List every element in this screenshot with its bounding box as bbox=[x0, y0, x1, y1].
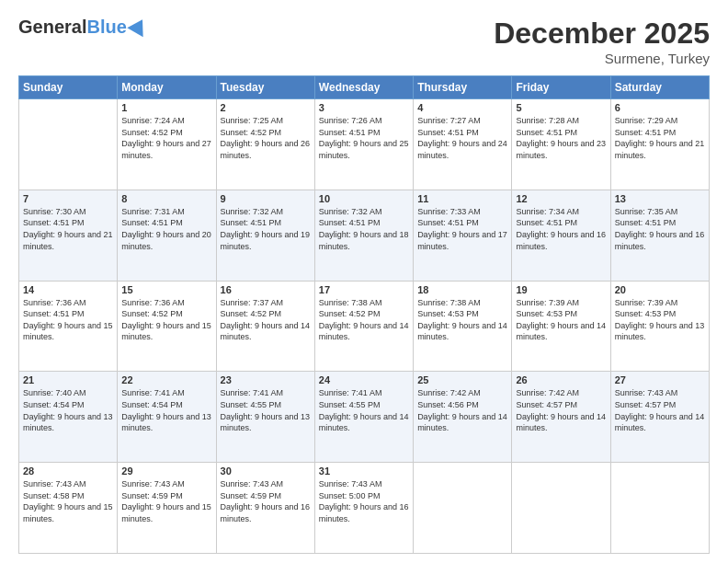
calendar-cell: 6Sunrise: 7:29 AMSunset: 4:51 PMDaylight… bbox=[610, 99, 709, 190]
calendar-cell: 4Sunrise: 7:27 AMSunset: 4:51 PMDaylight… bbox=[414, 99, 512, 190]
day-number: 17 bbox=[319, 284, 409, 295]
day-number: 27 bbox=[615, 374, 705, 385]
day-info: Sunrise: 7:36 AMSunset: 4:51 PMDaylight:… bbox=[23, 297, 113, 343]
day-number: 30 bbox=[221, 465, 311, 477]
calendar-cell bbox=[19, 99, 118, 190]
calendar-cell: 9Sunrise: 7:32 AMSunset: 4:51 PMDaylight… bbox=[216, 190, 314, 281]
page: GeneralBlue December 2025 Surmene, Turke… bbox=[0, 0, 728, 563]
day-info: Sunrise: 7:43 AMSunset: 4:57 PMDaylight:… bbox=[615, 387, 705, 433]
day-info: Sunrise: 7:39 AMSunset: 4:53 PMDaylight:… bbox=[516, 297, 606, 343]
day-number: 26 bbox=[516, 374, 606, 385]
day-info: Sunrise: 7:28 AMSunset: 4:51 PMDaylight:… bbox=[516, 115, 606, 161]
calendar-cell: 20Sunrise: 7:39 AMSunset: 4:53 PMDayligh… bbox=[610, 281, 709, 372]
day-info: Sunrise: 7:35 AMSunset: 4:51 PMDaylight:… bbox=[615, 206, 705, 252]
calendar-cell: 21Sunrise: 7:40 AMSunset: 4:54 PMDayligh… bbox=[19, 372, 118, 463]
day-header-saturday: Saturday bbox=[610, 76, 709, 99]
day-info: Sunrise: 7:41 AMSunset: 4:55 PMDaylight:… bbox=[319, 387, 409, 433]
calendar-cell: 17Sunrise: 7:38 AMSunset: 4:52 PMDayligh… bbox=[314, 281, 413, 372]
day-number: 19 bbox=[516, 284, 606, 295]
calendar-cell: 1Sunrise: 7:24 AMSunset: 4:52 PMDaylight… bbox=[118, 99, 216, 190]
day-number: 14 bbox=[23, 284, 113, 295]
day-number: 1 bbox=[121, 102, 211, 113]
day-header-friday: Friday bbox=[512, 76, 610, 99]
day-info: Sunrise: 7:31 AMSunset: 4:51 PMDaylight:… bbox=[121, 206, 211, 252]
calendar-cell: 11Sunrise: 7:33 AMSunset: 4:51 PMDayligh… bbox=[414, 190, 512, 281]
day-number: 15 bbox=[121, 284, 211, 295]
location: Surmene, Turkey bbox=[494, 51, 710, 66]
day-info: Sunrise: 7:33 AMSunset: 4:51 PMDaylight:… bbox=[417, 206, 507, 252]
logo-triangle-icon bbox=[127, 15, 150, 37]
calendar-cell: 27Sunrise: 7:43 AMSunset: 4:57 PMDayligh… bbox=[610, 372, 709, 463]
day-number: 18 bbox=[417, 284, 507, 295]
day-info: Sunrise: 7:30 AMSunset: 4:51 PMDaylight:… bbox=[23, 206, 113, 252]
logo-blue: Blue bbox=[86, 17, 126, 38]
calendar-cell: 25Sunrise: 7:42 AMSunset: 4:56 PMDayligh… bbox=[414, 372, 512, 463]
day-number: 8 bbox=[121, 193, 211, 204]
day-header-tuesday: Tuesday bbox=[216, 76, 314, 99]
day-info: Sunrise: 7:37 AMSunset: 4:52 PMDaylight:… bbox=[221, 297, 311, 343]
day-number: 22 bbox=[121, 374, 211, 385]
calendar-week-3: 14Sunrise: 7:36 AMSunset: 4:51 PMDayligh… bbox=[19, 281, 710, 372]
calendar-week-4: 21Sunrise: 7:40 AMSunset: 4:54 PMDayligh… bbox=[19, 372, 710, 463]
calendar-cell bbox=[414, 463, 512, 554]
calendar-cell: 19Sunrise: 7:39 AMSunset: 4:53 PMDayligh… bbox=[512, 281, 610, 372]
calendar-cell: 13Sunrise: 7:35 AMSunset: 4:51 PMDayligh… bbox=[610, 190, 709, 281]
day-info: Sunrise: 7:41 AMSunset: 4:55 PMDaylight:… bbox=[221, 387, 311, 433]
day-header-thursday: Thursday bbox=[414, 76, 512, 99]
calendar-header-row: SundayMondayTuesdayWednesdayThursdayFrid… bbox=[19, 76, 710, 99]
day-info: Sunrise: 7:43 AMSunset: 4:59 PMDaylight:… bbox=[221, 478, 311, 524]
day-info: Sunrise: 7:34 AMSunset: 4:51 PMDaylight:… bbox=[516, 206, 606, 252]
day-info: Sunrise: 7:39 AMSunset: 4:53 PMDaylight:… bbox=[615, 297, 705, 343]
calendar-cell: 22Sunrise: 7:41 AMSunset: 4:54 PMDayligh… bbox=[118, 372, 216, 463]
logo-general: General bbox=[18, 17, 86, 38]
calendar-week-5: 28Sunrise: 7:43 AMSunset: 4:58 PMDayligh… bbox=[19, 463, 710, 554]
day-number: 12 bbox=[516, 193, 606, 204]
calendar-cell: 2Sunrise: 7:25 AMSunset: 4:52 PMDaylight… bbox=[216, 99, 314, 190]
calendar-cell: 16Sunrise: 7:37 AMSunset: 4:52 PMDayligh… bbox=[216, 281, 314, 372]
day-info: Sunrise: 7:43 AMSunset: 5:00 PMDaylight:… bbox=[319, 478, 409, 524]
day-number: 7 bbox=[23, 193, 113, 204]
day-number: 3 bbox=[319, 102, 409, 113]
calendar-cell: 29Sunrise: 7:43 AMSunset: 4:59 PMDayligh… bbox=[118, 463, 216, 554]
logo: GeneralBlue bbox=[18, 17, 147, 38]
day-info: Sunrise: 7:32 AMSunset: 4:51 PMDaylight:… bbox=[319, 206, 409, 252]
calendar-week-2: 7Sunrise: 7:30 AMSunset: 4:51 PMDaylight… bbox=[19, 190, 710, 281]
month-year: December 2025 bbox=[494, 17, 710, 51]
calendar-cell bbox=[512, 463, 610, 554]
day-number: 25 bbox=[417, 374, 507, 385]
logo-text: GeneralBlue bbox=[18, 17, 147, 38]
day-header-sunday: Sunday bbox=[19, 76, 118, 99]
day-info: Sunrise: 7:24 AMSunset: 4:52 PMDaylight:… bbox=[121, 115, 211, 161]
day-info: Sunrise: 7:27 AMSunset: 4:51 PMDaylight:… bbox=[417, 115, 507, 161]
day-info: Sunrise: 7:41 AMSunset: 4:54 PMDaylight:… bbox=[121, 387, 211, 433]
day-info: Sunrise: 7:42 AMSunset: 4:56 PMDaylight:… bbox=[417, 387, 507, 433]
calendar-cell: 5Sunrise: 7:28 AMSunset: 4:51 PMDaylight… bbox=[512, 99, 610, 190]
day-info: Sunrise: 7:36 AMSunset: 4:52 PMDaylight:… bbox=[121, 297, 211, 343]
day-info: Sunrise: 7:32 AMSunset: 4:51 PMDaylight:… bbox=[221, 206, 311, 252]
calendar-cell: 28Sunrise: 7:43 AMSunset: 4:58 PMDayligh… bbox=[19, 463, 118, 554]
day-number: 20 bbox=[615, 284, 705, 295]
day-header-wednesday: Wednesday bbox=[314, 76, 413, 99]
day-number: 24 bbox=[319, 374, 409, 385]
calendar-cell: 7Sunrise: 7:30 AMSunset: 4:51 PMDaylight… bbox=[19, 190, 118, 281]
day-number: 13 bbox=[615, 193, 705, 204]
calendar-cell: 23Sunrise: 7:41 AMSunset: 4:55 PMDayligh… bbox=[216, 372, 314, 463]
calendar-cell: 24Sunrise: 7:41 AMSunset: 4:55 PMDayligh… bbox=[314, 372, 413, 463]
calendar-cell: 18Sunrise: 7:38 AMSunset: 4:53 PMDayligh… bbox=[414, 281, 512, 372]
day-info: Sunrise: 7:25 AMSunset: 4:52 PMDaylight:… bbox=[221, 115, 311, 161]
day-number: 9 bbox=[221, 193, 311, 204]
day-info: Sunrise: 7:40 AMSunset: 4:54 PMDaylight:… bbox=[23, 387, 113, 433]
day-number: 16 bbox=[221, 284, 311, 295]
calendar-week-1: 1Sunrise: 7:24 AMSunset: 4:52 PMDaylight… bbox=[19, 99, 710, 190]
calendar-cell: 15Sunrise: 7:36 AMSunset: 4:52 PMDayligh… bbox=[118, 281, 216, 372]
day-number: 29 bbox=[121, 465, 211, 477]
day-header-monday: Monday bbox=[118, 76, 216, 99]
day-number: 28 bbox=[23, 465, 113, 477]
calendar-cell: 14Sunrise: 7:36 AMSunset: 4:51 PMDayligh… bbox=[19, 281, 118, 372]
title-block: December 2025 Surmene, Turkey bbox=[494, 17, 710, 66]
day-info: Sunrise: 7:43 AMSunset: 4:58 PMDaylight:… bbox=[23, 478, 113, 524]
day-info: Sunrise: 7:38 AMSunset: 4:53 PMDaylight:… bbox=[417, 297, 507, 343]
day-number: 21 bbox=[23, 374, 113, 385]
day-number: 11 bbox=[417, 193, 507, 204]
day-info: Sunrise: 7:38 AMSunset: 4:52 PMDaylight:… bbox=[319, 297, 409, 343]
